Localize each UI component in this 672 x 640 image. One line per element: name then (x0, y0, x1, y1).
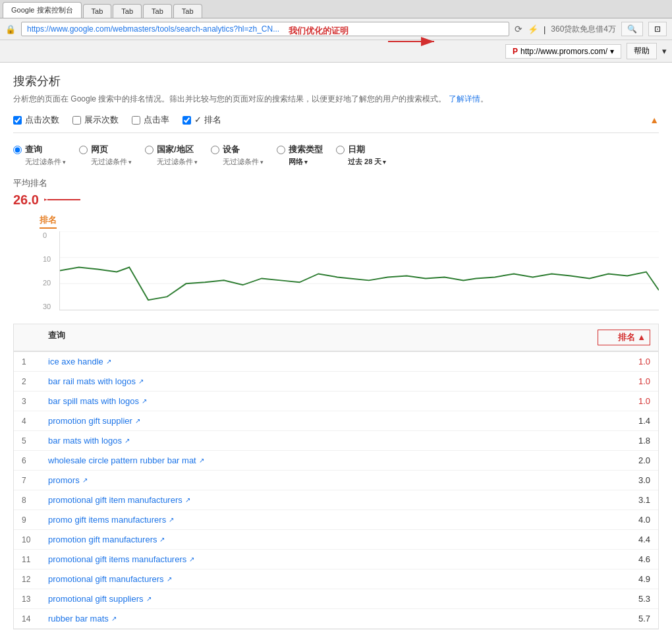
metrics-row: 点击次数 展示次数 点击率 ✓ 排名 ▲ (13, 114, 659, 133)
chevron-down-icon-5: ▾ (304, 159, 308, 165)
metric-clicks[interactable]: 点击次数 (13, 114, 59, 126)
filter-date-label[interactable]: 日期 (336, 144, 386, 156)
row-query[interactable]: bar spill mats with logos ↗ (48, 396, 598, 406)
filter-date-sub[interactable]: 过去 28 天 ▾ (336, 157, 386, 167)
annotation-text: 我们优化的证明 (289, 25, 349, 37)
page-title: 搜索分析 (13, 73, 659, 89)
row-rank-value: 1.8 (598, 436, 650, 446)
table-row: 9 promo gift items manufacturers ↗ 4.0 (14, 510, 658, 530)
chevron-down-icon: ▾ (63, 159, 66, 165)
table-row: 5 bar mats with logos ↗ 1.8 (14, 431, 658, 451)
row-rank-value: 4.9 (598, 574, 650, 584)
row-query[interactable]: promotion gift manufacturers ↗ (48, 535, 598, 544)
search-button[interactable]: 🔍 (621, 22, 643, 36)
row-number: 11 (22, 555, 48, 564)
tab-3[interactable]: Tab (113, 4, 142, 18)
external-link-icon[interactable]: ↗ (111, 615, 117, 622)
metric-ctr[interactable]: 点击率 (132, 114, 169, 126)
row-rank-value: 4.6 (598, 554, 650, 564)
lock-icon: 🔒 (5, 24, 16, 34)
metric-rank[interactable]: ✓ 排名 (182, 114, 221, 126)
external-link-icon[interactable]: ↗ (82, 477, 88, 484)
row-query[interactable]: bar mats with logos ↗ (48, 436, 598, 446)
external-link-icon[interactable]: ↗ (142, 397, 147, 405)
learn-more-link[interactable]: 了解详情 (449, 94, 480, 103)
help-dropdown-icon[interactable]: ▾ (662, 46, 667, 56)
filter-search-type-label[interactable]: 搜索类型 (277, 144, 323, 156)
row-query[interactable]: rubber bar mats ↗ (48, 614, 598, 624)
separator: | (544, 24, 546, 34)
table-row: 1 ice axe handle ↗ 1.0 (14, 352, 658, 372)
row-rank-value: 1.4 (598, 416, 650, 426)
filter-search-type-sub[interactable]: 网络 ▾ (277, 157, 323, 167)
table-row: 8 promotional gift item manufacturers ↗ … (14, 490, 658, 510)
row-query[interactable]: promotion gift supplier ↗ (48, 416, 598, 426)
row-number: 3 (22, 397, 48, 406)
browser-tabs: Google 搜索控制台 Tab Tab Tab Tab (0, 0, 672, 18)
table-body: 1 ice axe handle ↗ 1.0 2 bar rail mats w… (14, 352, 658, 629)
external-link-icon[interactable]: ↗ (167, 575, 172, 583)
screen-button[interactable]: ⊡ (648, 22, 667, 36)
chart-y-labels: 0 10 20 30 (43, 231, 51, 310)
row-rank-value: 4.0 (598, 515, 650, 525)
external-link-icon[interactable]: ↗ (125, 437, 130, 444)
table-row: 6 wholesale circle pattern rubber bar ma… (14, 451, 658, 471)
filter-query-sub[interactable]: 无过滤条件 ▾ (13, 157, 66, 167)
filter-country: 国家/地区 无过滤条件 ▾ (145, 144, 198, 167)
site-selector-button[interactable]: P http://www.promors.com/ ▾ (505, 44, 621, 59)
filter-query-label[interactable]: 查询 (13, 144, 66, 156)
row-number: 6 (22, 456, 48, 465)
col-num-header (22, 330, 48, 345)
row-query[interactable]: promotional gift item manufacturers ↗ (48, 495, 598, 505)
row-rank-value: 1.0 (598, 376, 650, 386)
row-query[interactable]: bar rail mats with logos ↗ (48, 376, 598, 386)
external-link-icon[interactable]: ↗ (135, 417, 140, 424)
row-rank-value: 5.7 (598, 614, 650, 624)
p-icon: P (513, 47, 518, 56)
filter-page-sub[interactable]: 无过滤条件 ▾ (79, 157, 132, 167)
row-query[interactable]: ice axe handle ↗ (48, 357, 598, 366)
external-link-icon[interactable]: ↗ (199, 457, 204, 464)
filter-search-type: 搜索类型 网络 ▾ (277, 144, 323, 167)
external-link-icon[interactable]: ↗ (146, 595, 152, 602)
refresh-icon[interactable]: ⟳ (515, 24, 522, 34)
metric-impressions[interactable]: 展示次数 (72, 114, 119, 126)
external-link-icon[interactable]: ↗ (159, 536, 165, 543)
filter-page-label[interactable]: 网页 (79, 144, 132, 156)
tab-2[interactable]: Tab (83, 4, 112, 18)
help-button[interactable]: 帮助 (627, 43, 657, 59)
row-rank-value: 2.0 (598, 455, 650, 465)
row-query[interactable]: promo gift items manufacturers ↗ (48, 515, 598, 525)
row-query[interactable]: promors ↗ (48, 475, 598, 485)
chevron-down-icon-2: ▾ (128, 159, 132, 165)
filter-device-sub[interactable]: 无过滤条件 ▾ (211, 157, 264, 167)
filter-country-label[interactable]: 国家/地区 (145, 144, 198, 156)
external-link-icon[interactable]: ↗ (189, 556, 194, 563)
filter-page: 网页 无过滤条件 ▾ (79, 144, 132, 167)
row-rank-value: 1.0 (598, 357, 650, 366)
table-row: 12 promotional gift manufacturers ↗ 4.9 (14, 569, 658, 589)
row-number: 10 (22, 535, 48, 544)
external-link-icon[interactable]: ↗ (185, 496, 190, 504)
external-link-icon[interactable]: ↗ (106, 358, 111, 365)
chart-title: 排名 (40, 214, 57, 229)
page-content: 搜索分析 分析您的页面在 Google 搜索中的排名情况。筛出并比较与您的页面对… (0, 63, 672, 640)
tab-4[interactable]: Tab (143, 4, 172, 18)
external-link-icon[interactable]: ↗ (138, 378, 144, 385)
active-tab[interactable]: Google 搜索控制台 (3, 2, 82, 18)
row-rank-value: 5.3 (598, 594, 650, 604)
triangle-indicator: ▲ (650, 115, 659, 125)
row-query[interactable]: promotional gift items manufacturers ↗ (48, 554, 598, 564)
annotation-arrow (388, 32, 441, 51)
row-query[interactable]: promotional gift suppliers ↗ (48, 594, 598, 604)
row-number: 7 (22, 476, 48, 485)
lightning-icon: ⚡ (528, 24, 538, 34)
chart-container (59, 231, 659, 310)
chevron-down-icon-4: ▾ (260, 159, 264, 165)
filter-device-label[interactable]: 设备 (211, 144, 264, 156)
row-query[interactable]: promotional gift manufacturers ↗ (48, 574, 598, 584)
tab-5[interactable]: Tab (173, 4, 202, 18)
external-link-icon[interactable]: ↗ (169, 516, 174, 523)
row-query[interactable]: wholesale circle pattern rubber bar mat … (48, 455, 598, 465)
filter-country-sub[interactable]: 无过滤条件 ▾ (145, 157, 198, 167)
